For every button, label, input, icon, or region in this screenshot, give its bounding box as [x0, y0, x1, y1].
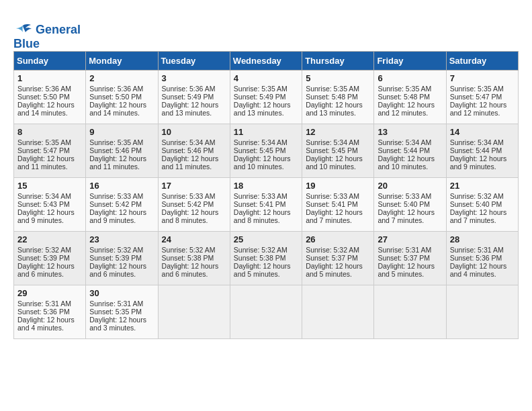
day-number: 5: [306, 73, 370, 83]
day-info: Sunrise: 5:34 AM: [378, 138, 442, 146]
day-info: Sunset: 5:40 PM: [378, 200, 442, 208]
day-info: Sunset: 5:38 PM: [234, 254, 298, 262]
calendar-week-5: 29Sunrise: 5:31 AMSunset: 5:36 PMDayligh…: [14, 285, 519, 338]
day-info: Sunrise: 5:32 AM: [450, 192, 515, 200]
day-info: Sunrise: 5:33 AM: [162, 192, 226, 200]
day-info: and 9 minutes.: [450, 163, 515, 171]
day-number: 11: [234, 127, 298, 137]
calendar-cell: [374, 285, 446, 338]
day-info: Daylight: 12 hours: [17, 101, 82, 109]
day-number: 12: [306, 127, 370, 137]
day-info: Daylight: 12 hours: [17, 154, 82, 163]
day-number: 20: [378, 181, 442, 191]
calendar-cell: 27Sunrise: 5:31 AMSunset: 5:37 PMDayligh…: [374, 231, 446, 285]
col-header-tuesday: Tuesday: [158, 51, 230, 70]
day-number: 24: [162, 234, 226, 244]
day-info: Sunset: 5:43 PM: [17, 200, 82, 208]
calendar-cell: 28Sunrise: 5:31 AMSunset: 5:36 PMDayligh…: [446, 231, 518, 285]
day-info: Daylight: 12 hours: [89, 154, 154, 163]
day-info: Daylight: 12 hours: [306, 208, 370, 216]
calendar-cell: 3Sunrise: 5:36 AMSunset: 5:49 PMDaylight…: [158, 70, 230, 124]
day-info: Sunset: 5:47 PM: [17, 146, 82, 154]
day-number: 30: [89, 288, 154, 298]
day-info: Sunrise: 5:34 AM: [450, 138, 515, 146]
day-number: 7: [450, 73, 515, 83]
calendar-week-2: 8Sunrise: 5:35 AMSunset: 5:47 PMDaylight…: [14, 124, 519, 177]
day-info: Daylight: 12 hours: [234, 208, 298, 216]
day-info: Sunset: 5:39 PM: [89, 254, 154, 262]
calendar-cell: 10Sunrise: 5:34 AMSunset: 5:46 PMDayligh…: [158, 124, 230, 177]
day-info: Sunrise: 5:34 AM: [306, 138, 370, 146]
day-info: and 7 minutes.: [306, 216, 370, 224]
day-info: Sunrise: 5:31 AM: [378, 246, 442, 254]
calendar-cell: 6Sunrise: 5:35 AMSunset: 5:48 PMDaylight…: [374, 70, 446, 124]
day-info: Daylight: 12 hours: [17, 208, 82, 216]
day-info: Daylight: 12 hours: [17, 262, 82, 270]
col-header-saturday: Saturday: [446, 51, 518, 70]
day-info: and 9 minutes.: [17, 216, 82, 224]
day-number: 19: [306, 181, 370, 191]
day-info: and 4 minutes.: [450, 270, 515, 278]
day-info: Daylight: 12 hours: [378, 154, 442, 163]
calendar-cell: 1Sunrise: 5:36 AMSunset: 5:50 PMDaylight…: [14, 70, 86, 124]
day-info: Sunrise: 5:36 AM: [162, 85, 226, 93]
calendar-cell: [230, 285, 302, 338]
day-info: and 10 minutes.: [234, 163, 298, 171]
day-info: and 14 minutes.: [17, 109, 82, 117]
day-info: and 6 minutes.: [89, 270, 154, 278]
day-info: Daylight: 12 hours: [234, 101, 298, 109]
day-info: and 7 minutes.: [450, 216, 515, 224]
day-info: Daylight: 12 hours: [306, 101, 370, 109]
day-number: 18: [234, 181, 298, 191]
day-info: and 13 minutes.: [162, 109, 226, 117]
day-info: Sunset: 5:48 PM: [306, 93, 370, 101]
day-number: 22: [17, 234, 82, 244]
calendar-cell: 5Sunrise: 5:35 AMSunset: 5:48 PMDaylight…: [302, 70, 374, 124]
day-info: Daylight: 12 hours: [17, 316, 82, 324]
calendar-cell: 9Sunrise: 5:35 AMSunset: 5:46 PMDaylight…: [86, 124, 158, 177]
day-info: Sunrise: 5:33 AM: [306, 192, 370, 200]
day-info: and 5 minutes.: [378, 270, 442, 278]
day-info: Daylight: 12 hours: [89, 262, 154, 270]
day-info: and 6 minutes.: [162, 270, 226, 278]
day-info: Daylight: 12 hours: [306, 154, 370, 163]
day-info: Daylight: 12 hours: [162, 208, 226, 216]
col-header-monday: Monday: [86, 51, 158, 70]
day-number: 25: [234, 234, 298, 244]
day-info: Sunrise: 5:31 AM: [17, 300, 82, 308]
day-info: Sunset: 5:44 PM: [450, 146, 515, 154]
day-info: and 8 minutes.: [162, 216, 226, 224]
day-number: 13: [378, 127, 442, 137]
col-header-thursday: Thursday: [302, 51, 374, 70]
day-info: Sunset: 5:50 PM: [89, 93, 154, 101]
day-number: 15: [17, 181, 82, 191]
day-info: Sunrise: 5:35 AM: [306, 85, 370, 93]
day-number: 9: [89, 127, 154, 137]
day-info: Sunrise: 5:34 AM: [162, 138, 226, 146]
day-info: and 3 minutes.: [89, 324, 154, 332]
day-info: Sunrise: 5:32 AM: [234, 246, 298, 254]
day-info: Daylight: 12 hours: [162, 262, 226, 270]
calendar-week-1: 1Sunrise: 5:36 AMSunset: 5:50 PMDaylight…: [14, 70, 519, 124]
calendar-cell: 26Sunrise: 5:32 AMSunset: 5:37 PMDayligh…: [302, 231, 374, 285]
day-info: Sunset: 5:41 PM: [306, 200, 370, 208]
calendar-cell: 12Sunrise: 5:34 AMSunset: 5:45 PMDayligh…: [302, 124, 374, 177]
day-info: Sunrise: 5:36 AM: [89, 85, 154, 93]
logo: GeneralBlue: [13, 23, 81, 51]
day-info: and 11 minutes.: [162, 163, 226, 171]
day-info: Daylight: 12 hours: [378, 101, 442, 109]
day-number: 23: [89, 234, 154, 244]
calendar-cell: [446, 285, 518, 338]
calendar-cell: 16Sunrise: 5:33 AMSunset: 5:42 PMDayligh…: [86, 177, 158, 231]
calendar-cell: 22Sunrise: 5:32 AMSunset: 5:39 PMDayligh…: [14, 231, 86, 285]
col-header-wednesday: Wednesday: [230, 51, 302, 70]
day-info: Sunrise: 5:33 AM: [234, 192, 298, 200]
day-info: Daylight: 12 hours: [306, 262, 370, 270]
day-info: and 10 minutes.: [378, 163, 442, 171]
day-number: 16: [89, 181, 154, 191]
day-info: Daylight: 12 hours: [450, 101, 515, 109]
col-header-friday: Friday: [374, 51, 446, 70]
day-info: Daylight: 12 hours: [162, 101, 226, 109]
calendar-cell: 20Sunrise: 5:33 AMSunset: 5:40 PMDayligh…: [374, 177, 446, 231]
calendar-cell: [302, 285, 374, 338]
